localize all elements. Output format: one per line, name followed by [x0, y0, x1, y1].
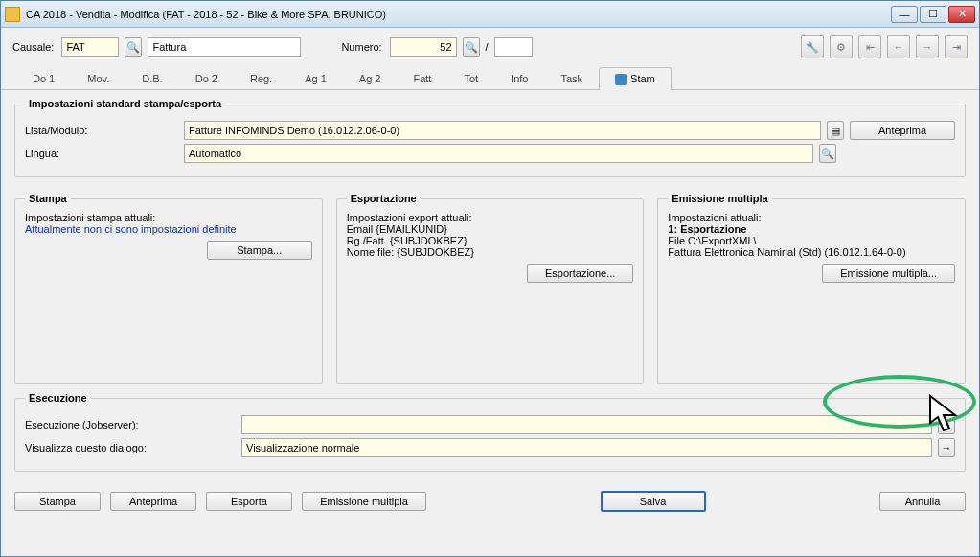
esportazione-config-button[interactable]: Esportazione...: [527, 264, 633, 283]
numero-input[interactable]: [390, 37, 457, 57]
causale-input[interactable]: [61, 37, 119, 57]
tab-stam[interactable]: Stam: [599, 67, 672, 90]
header-row: Causale: 🔍 Numero: 🔍 / 🔧 ⚙ ⇤ ← → ⇥: [1, 28, 979, 66]
causale-lookup-icon[interactable]: 🔍: [125, 37, 142, 57]
dialog-input[interactable]: [241, 438, 932, 457]
printer-icon: [615, 74, 627, 85]
esport-line1: Impostazioni export attuali:: [347, 212, 634, 223]
lista-input[interactable]: [184, 121, 821, 140]
lingua-input[interactable]: [184, 144, 813, 163]
tab-mov[interactable]: Mov.: [71, 67, 125, 90]
nav-next-icon[interactable]: →: [916, 35, 939, 58]
app-icon: [5, 7, 20, 22]
tab-info[interactable]: Info: [494, 67, 544, 90]
esport-line4: Nome file: {SUBJDOKBEZ}: [347, 246, 634, 258]
numero-suffix-input[interactable]: [494, 37, 533, 57]
tab-fatt[interactable]: Fatt: [397, 67, 447, 90]
lista-filter-icon[interactable]: ▤: [827, 121, 844, 140]
footer-annulla-button[interactable]: Annulla: [879, 492, 966, 511]
group-impostazioni-standard: Impostazioni standard stampa/esporta Lis…: [14, 98, 966, 177]
window-controls: — ☐ ✕: [891, 6, 975, 23]
tabstrip: Do 1 Mov. D.B. Do 2 Reg. Ag 1 Ag 2 Fatt …: [1, 66, 979, 90]
tool-link-icon[interactable]: ⚙: [830, 35, 853, 58]
lista-label: Lista/Modulo:: [25, 125, 178, 136]
tab-do2[interactable]: Do 2: [179, 67, 234, 90]
dialog-label: Visualizza questo dialogo:: [25, 442, 236, 453]
esport-line3: Rg./Fatt. {SUBJDOKBEZ}: [347, 235, 634, 246]
emiss-line4: Fattura Elettronica Namirial (Std) (16.0…: [668, 246, 955, 258]
tab-stam-label: Stam: [630, 73, 655, 84]
stampa-config-button[interactable]: Stampa...: [207, 241, 312, 260]
tab-ag1[interactable]: Ag 1: [288, 67, 343, 90]
panel-stampa-legend: Stampa: [25, 193, 71, 204]
maximize-button[interactable]: ☐: [920, 6, 946, 23]
tab-task[interactable]: Task: [544, 67, 599, 90]
close-button[interactable]: ✕: [948, 6, 975, 23]
numero-slash: /: [486, 41, 489, 53]
tool-wrench-icon[interactable]: 🔧: [801, 35, 824, 58]
causale-label: Causale:: [12, 41, 54, 53]
panel-stampa: Stampa Impostazioni stampa attuali: Attu…: [14, 193, 323, 384]
numero-lookup-icon[interactable]: 🔍: [463, 37, 480, 57]
nav-prev-icon[interactable]: ←: [887, 35, 910, 58]
panel-emiss-legend: Emissione multipla: [668, 193, 771, 204]
tab-reg[interactable]: Reg.: [234, 67, 288, 90]
panel-esportazione: Esportazione Impostazioni export attuali…: [336, 193, 645, 384]
group-esecuzione: Esecuzione Esecuzione (Jobserver): → Vis…: [14, 392, 966, 472]
lingua-lookup-icon[interactable]: 🔍: [819, 144, 836, 163]
footer-emissione-button[interactable]: Emissione multipla: [302, 492, 426, 511]
minimize-button[interactable]: —: [891, 6, 918, 23]
emiss-line1: Impostazioni attuali:: [668, 212, 955, 223]
footer-anteprima-button[interactable]: Anteprima: [110, 492, 196, 511]
panel-esport-legend: Esportazione: [347, 193, 421, 204]
jobserver-label: Esecuzione (Jobserver):: [25, 419, 236, 430]
tab-db[interactable]: D.B.: [125, 67, 178, 90]
tab-do1[interactable]: Do 1: [16, 67, 71, 90]
numero-label: Numero:: [341, 41, 381, 53]
anteprima-button-top[interactable]: Anteprima: [850, 121, 955, 140]
esport-line2: Email {EMAILKUNID}: [347, 223, 634, 235]
lingua-label: Lingua:: [25, 148, 178, 159]
window-title: CA 2018 - Vendita - Modifica (FAT - 2018…: [26, 9, 891, 20]
footer-stampa-button[interactable]: Stampa: [14, 492, 101, 511]
stampa-line1: Impostazioni stampa attuali:: [25, 212, 312, 223]
group-impostazioni-legend: Impostazioni standard stampa/esporta: [25, 98, 225, 109]
tab-content: Impostazioni standard stampa/esporta Lis…: [1, 98, 979, 481]
panel-emissione-multipla: Emissione multipla Impostazioni attuali:…: [657, 193, 966, 384]
footer-salva-button[interactable]: Salva: [601, 491, 706, 512]
emiss-line2: 1: Esportazione: [668, 223, 955, 235]
jobserver-arrow-icon[interactable]: →: [938, 415, 955, 434]
nav-last-icon[interactable]: ⇥: [945, 35, 968, 58]
emissione-config-button[interactable]: Emissione multipla...: [822, 264, 955, 283]
footer-esporta-button[interactable]: Esporta: [206, 492, 292, 511]
nav-first-icon[interactable]: ⇤: [858, 35, 881, 58]
group-esecuzione-legend: Esecuzione: [25, 392, 91, 404]
stampa-line2: Attualmente non ci sono impostazioni def…: [25, 223, 312, 235]
panels-row: Stampa Impostazioni stampa attuali: Attu…: [14, 185, 966, 384]
footer-buttons: Stampa Anteprima Esporta Emissione multi…: [1, 481, 979, 522]
tab-tot[interactable]: Tot: [447, 67, 494, 90]
tab-ag2[interactable]: Ag 2: [343, 67, 398, 90]
app-window: CA 2018 - Vendita - Modifica (FAT - 2018…: [0, 0, 980, 557]
emiss-line3: File C:\ExportXML\: [668, 235, 955, 246]
jobserver-input[interactable]: [241, 415, 932, 434]
titlebar: CA 2018 - Vendita - Modifica (FAT - 2018…: [1, 1, 979, 28]
dialog-arrow-icon[interactable]: →: [938, 438, 955, 457]
causale-desc-input[interactable]: [148, 37, 301, 57]
